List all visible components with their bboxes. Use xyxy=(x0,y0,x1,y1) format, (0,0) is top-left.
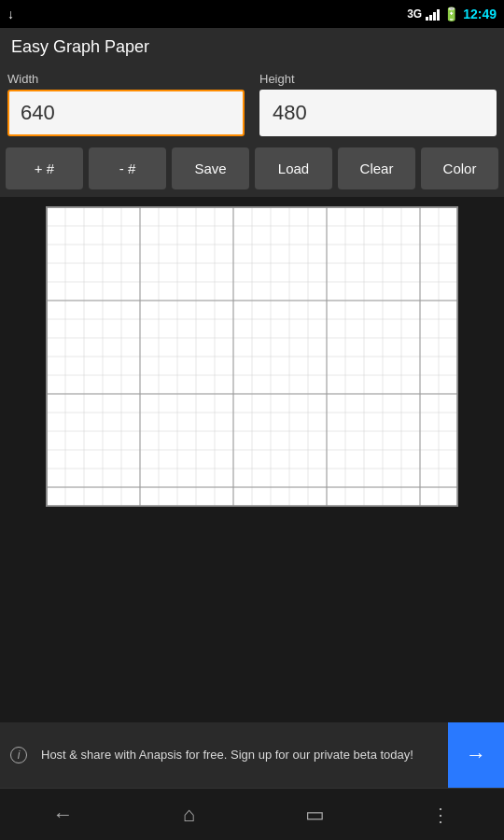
back-icon: ← xyxy=(53,803,74,827)
input-row: Width Height xyxy=(0,66,504,144)
height-label: Height xyxy=(259,72,497,86)
home-icon: ⌂ xyxy=(183,803,195,827)
ad-arrow-icon: → xyxy=(466,743,486,767)
save-button[interactable]: Save xyxy=(172,147,249,189)
add-hash-button[interactable]: + # xyxy=(6,147,83,189)
status-left: ↓ xyxy=(7,7,14,21)
home-button[interactable]: ⌂ xyxy=(126,789,252,840)
recents-icon: ▭ xyxy=(305,803,325,827)
nav-bar: ← ⌂ ▭ ⋮ xyxy=(0,788,504,840)
graph-paper xyxy=(46,206,458,507)
recents-button[interactable]: ▭ xyxy=(252,789,378,840)
bar4 xyxy=(437,9,440,21)
bar3 xyxy=(433,12,436,21)
load-button[interactable]: Load xyxy=(255,147,332,189)
graph-area xyxy=(0,197,504,722)
main-content: Width Height + # - # Save Load Clear Col… xyxy=(0,66,504,722)
width-label: Width xyxy=(7,72,245,86)
info-icon: i xyxy=(10,747,27,763)
status-time: 12:49 xyxy=(463,7,497,21)
height-group: Height xyxy=(252,66,504,144)
ad-banner: i Host & share with Anapsis for free. Si… xyxy=(0,722,504,788)
ad-info-icon: i xyxy=(0,722,37,788)
back-button[interactable]: ← xyxy=(0,789,126,840)
more-button[interactable]: ⋮ xyxy=(378,789,504,840)
status-icons: 3G 🔋 12:49 xyxy=(407,7,497,21)
app-header: Easy Graph Paper xyxy=(0,28,504,66)
sub-hash-button[interactable]: - # xyxy=(89,147,166,189)
status-bar: ↓ 3G 🔋 12:49 xyxy=(0,0,504,28)
width-input[interactable] xyxy=(7,90,245,136)
battery-icon: 🔋 xyxy=(443,7,459,21)
download-icon: ↓ xyxy=(7,7,14,21)
color-button[interactable]: Color xyxy=(421,147,498,189)
signal-bars xyxy=(426,7,440,21)
clear-button[interactable]: Clear xyxy=(338,147,415,189)
button-row: + # - # Save Load Clear Color xyxy=(0,144,504,197)
app-title: Easy Graph Paper xyxy=(11,37,149,56)
bar2 xyxy=(429,15,432,21)
network-type: 3G xyxy=(407,7,422,21)
graph-canvas[interactable] xyxy=(47,207,457,506)
bar1 xyxy=(426,17,428,21)
more-icon: ⋮ xyxy=(431,804,452,826)
width-group: Width xyxy=(0,66,252,144)
ad-arrow-button[interactable]: → xyxy=(448,722,504,788)
height-input[interactable] xyxy=(259,90,497,136)
ad-text: Host & share with Anapsis for free. Sign… xyxy=(37,739,448,771)
